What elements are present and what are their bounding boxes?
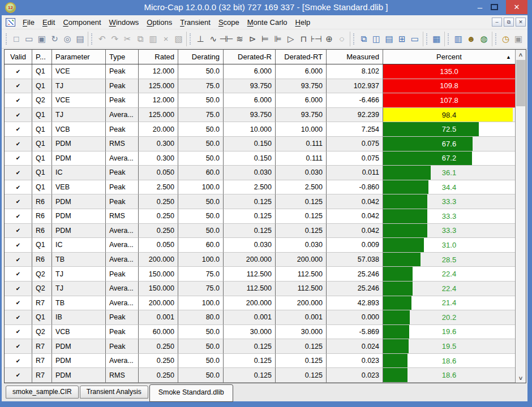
menu-file[interactable]: File: [19, 16, 38, 28]
column-header-measured[interactable]: Measured: [327, 50, 383, 64]
table-row[interactable]: ✔Q1TJAvera...125.00075.093.75093.75092.2…: [5, 108, 515, 123]
valid-checkbox[interactable]: ✔: [5, 339, 32, 354]
column-header-derated_r[interactable]: Derated-R: [224, 50, 276, 64]
resistor-icon[interactable]: ≋: [233, 32, 246, 45]
valid-checkbox[interactable]: ✔: [5, 209, 32, 224]
component-library-icon[interactable]: ▥: [452, 32, 465, 45]
menu-monte-carlo[interactable]: Monte Carlo: [243, 16, 291, 28]
valid-checkbox[interactable]: ✔: [5, 194, 32, 209]
delete-icon[interactable]: ×: [159, 32, 172, 45]
capacitor-icon[interactable]: ⊣⊢: [219, 32, 233, 45]
valid-checkbox[interactable]: ✔: [5, 151, 32, 166]
valid-checkbox[interactable]: ✔: [5, 93, 32, 108]
table-row[interactable]: ✔R6PDMRMS0.25050.00.1250.1250.04233.3: [5, 209, 515, 224]
mdi-close-button[interactable]: ✕: [516, 18, 526, 27]
menu-scope[interactable]: Scope: [214, 16, 243, 28]
opamp-icon[interactable]: ▷: [284, 32, 297, 45]
select-region-icon[interactable]: ▧: [172, 32, 185, 45]
table-row[interactable]: ✔Q1IBPeak0.00180.00.0010.0010.00020.2: [5, 310, 515, 325]
table-row[interactable]: ✔R6PDMPeak0.25050.00.1250.1250.04233.3: [5, 194, 515, 209]
menu-help[interactable]: Help: [291, 16, 315, 28]
vertical-scrollbar[interactable]: ˄ ˅: [515, 50, 526, 383]
maximize-button[interactable]: [491, 4, 498, 10]
diode-icon[interactable]: ⊳: [246, 32, 259, 45]
cascade-windows-icon[interactable]: ⧉: [357, 32, 370, 45]
valid-checkbox[interactable]: ✔: [5, 64, 32, 79]
column-header-valid[interactable]: Valid: [5, 50, 32, 64]
tile-horizontal-icon[interactable]: ▤: [383, 32, 396, 45]
web-update-icon[interactable]: ◍: [477, 32, 490, 45]
table-row[interactable]: ✔Q2TJPeak150.00075.0112.500112.50025.246…: [5, 267, 515, 282]
valid-checkbox[interactable]: ✔: [5, 282, 32, 296]
table-row[interactable]: ✔Q1VCBPeak20.00050.010.00010.0007.25472.…: [5, 122, 515, 137]
tab-smoke-sample-cir[interactable]: smoke_sample.CIR: [6, 386, 79, 399]
valid-checkbox[interactable]: ✔: [5, 325, 32, 340]
table-row[interactable]: ✔Q1ICPeak0.05060.00.0300.0300.01136.1: [5, 166, 515, 180]
print-icon[interactable]: ▤: [74, 32, 87, 45]
ground-icon[interactable]: ⊥: [194, 32, 207, 45]
menu-options[interactable]: Options: [143, 16, 176, 28]
table-row[interactable]: ✔Q1VEBPeak2.500100.02.5002.500-0.86034.4: [5, 180, 515, 195]
undo-icon[interactable]: ↶: [95, 32, 108, 45]
valid-checkbox[interactable]: ✔: [5, 310, 32, 325]
minimize-button[interactable]: –: [476, 2, 484, 12]
overlap-windows-icon[interactable]: ⊞: [395, 32, 408, 45]
switch-icon[interactable]: ⊦⊣: [310, 32, 323, 45]
tab-transient-analysis[interactable]: Transient Analysis: [80, 386, 148, 399]
table-row[interactable]: ✔R6TBAvera...200.000100.0200.000200.0005…: [5, 253, 515, 267]
tab-smoke-standard-dlib[interactable]: Smoke Standard.dlib: [149, 384, 233, 402]
redo-icon[interactable]: ↷: [108, 32, 121, 45]
column-header-part[interactable]: P...: [32, 50, 52, 64]
cut-icon[interactable]: ✂: [121, 32, 134, 45]
table-row[interactable]: ✔Q1VCEPeak12.00050.06.0006.0008.102135.0: [5, 64, 515, 79]
save-icon[interactable]: ▣: [35, 32, 48, 45]
table-row[interactable]: ✔Q1PDMAvera...0.30050.00.1500.1110.07567…: [5, 151, 515, 166]
copy-icon[interactable]: ⧉: [134, 32, 147, 45]
mdi-restore-button[interactable]: ⧉: [504, 18, 514, 27]
scrollbar-thumb[interactable]: [516, 60, 525, 106]
table-row[interactable]: ✔Q1PDMRMS0.30050.00.1500.1110.07567.6: [5, 137, 515, 151]
valid-checkbox[interactable]: ✔: [5, 137, 32, 151]
table-row[interactable]: ✔R7TBAvera...200.000100.0200.000200.0004…: [5, 296, 515, 311]
table-row[interactable]: ✔R7PDMRMS0.25050.00.1250.1250.02318.6: [5, 368, 515, 383]
valid-checkbox[interactable]: ✔: [5, 79, 32, 94]
column-header-rated[interactable]: Rated: [139, 50, 178, 64]
valid-checkbox[interactable]: ✔: [5, 180, 32, 195]
sine-source-icon[interactable]: ∿: [207, 32, 220, 45]
table-row[interactable]: ✔Q2VCBPeak60.00050.030.00030.000-5.86919…: [5, 325, 515, 340]
table-row[interactable]: ✔Q2TJAvera...150.00075.0112.500112.50025…: [5, 282, 515, 296]
table-row[interactable]: ✔R7PDMAvera...0.25050.00.1250.1250.02318…: [5, 354, 515, 369]
valid-checkbox[interactable]: ✔: [5, 166, 32, 180]
document-icon[interactable]: [6, 18, 15, 27]
column-header-derating[interactable]: Derating: [178, 50, 224, 64]
maximize-window-icon[interactable]: ▭: [408, 32, 421, 45]
column-header-percent[interactable]: Percent▲: [383, 50, 515, 64]
valid-checkbox[interactable]: ✔: [5, 108, 32, 123]
pulse-source-icon[interactable]: ⊓: [297, 32, 310, 45]
table-row[interactable]: ✔Q1ICAvera...0.05060.00.0300.0300.00931.…: [5, 238, 515, 253]
valid-checkbox[interactable]: ✔: [5, 354, 32, 369]
valid-checkbox[interactable]: ✔: [5, 122, 32, 137]
valid-checkbox[interactable]: ✔: [5, 238, 32, 253]
menu-edit[interactable]: Edit: [38, 16, 59, 28]
calculator-icon[interactable]: ▦: [430, 32, 443, 45]
table-row[interactable]: ✔Q1TJPeak125.00075.093.75093.750102.9371…: [5, 79, 515, 94]
tile-vertical-icon[interactable]: ◫: [370, 32, 383, 45]
column-header-type[interactable]: Type: [106, 50, 139, 64]
mode-button-icon[interactable]: ▣: [512, 32, 525, 45]
node-icon[interactable]: ⊕: [323, 32, 336, 45]
valid-checkbox[interactable]: ✔: [5, 253, 32, 267]
paste-icon[interactable]: ▥: [147, 32, 160, 45]
print-preview-icon[interactable]: ◎: [61, 32, 74, 45]
table-row[interactable]: ✔Q2VCEPeak12.00050.06.0006.000-6.466107.…: [5, 93, 515, 108]
find-component-icon[interactable]: ☻: [465, 32, 478, 45]
mdi-minimize-button[interactable]: –: [492, 18, 502, 27]
valid-checkbox[interactable]: ✔: [5, 296, 32, 311]
new-file-icon[interactable]: □: [10, 32, 23, 45]
animate-demo-icon[interactable]: ◷: [499, 32, 512, 45]
revert-icon[interactable]: ↻: [48, 32, 61, 45]
valid-checkbox[interactable]: ✔: [5, 368, 32, 383]
npn-transistor-icon[interactable]: ⊨: [259, 32, 272, 45]
menu-transient[interactable]: Transient: [176, 16, 214, 28]
open-file-icon[interactable]: ▭: [23, 32, 36, 45]
